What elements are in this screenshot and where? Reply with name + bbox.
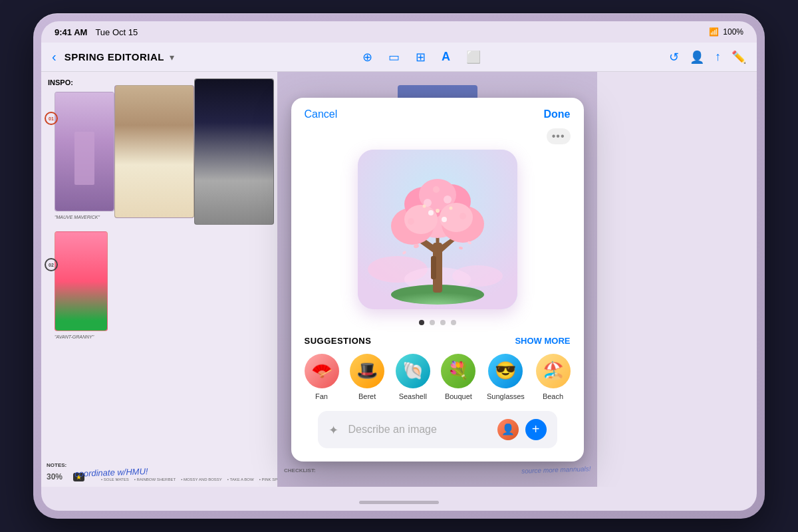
suggestions-title: SUGGESTIONS: [305, 336, 372, 346]
collaborate-icon[interactable]: 👤: [690, 50, 704, 65]
svg-point-26: [428, 210, 434, 215]
page-dot-2[interactable]: [430, 320, 435, 325]
toolbar-center-icons: ⊕ ▭ ⊞ A ⬜: [362, 50, 481, 65]
figure-pink: [55, 231, 108, 331]
text-icon[interactable]: A: [442, 50, 450, 64]
main-content: INSPO: Ring: [41, 72, 757, 487]
wifi-icon: 📶: [709, 27, 719, 37]
page-dot-4[interactable]: [451, 320, 456, 325]
svg-point-24: [408, 218, 414, 225]
svg-point-21: [444, 196, 452, 203]
svg-point-22: [433, 186, 440, 193]
more-options-button[interactable]: •••: [547, 128, 571, 144]
board-canvas[interactable]: INSPO: Ring: [41, 72, 281, 487]
status-icons: 📶 100%: [709, 27, 743, 37]
ipad-device: 9:41 AM Tue Oct 15 📶 100% ‹ SPRING EDITO…: [33, 13, 765, 519]
cancel-button[interactable]: Cancel: [305, 108, 338, 120]
suggestion-beach-emoji[interactable]: 🏖️: [536, 354, 571, 388]
suggestion-beret[interactable]: 🎩 Beret: [350, 354, 384, 400]
page-dot-3[interactable]: [440, 320, 446, 325]
page-indicator: [419, 320, 456, 325]
left-panel-board[interactable]: INSPO: Ring: [41, 72, 281, 487]
suggestions-grid: 🪭 Fan 🎩 Beret 🐚 Seashell: [305, 354, 571, 400]
suggestion-fan-emoji[interactable]: 🪭: [305, 354, 339, 388]
suggestion-beret-label: Beret: [358, 392, 376, 400]
figure-mauve: [55, 92, 114, 211]
dialog-header: Cancel Done: [291, 98, 584, 128]
figure-main: [114, 85, 194, 218]
suggestion-sunglasses[interactable]: 😎 Sunglasses: [487, 354, 525, 400]
status-bar: 9:41 AM Tue Oct 15 📶 100%: [41, 21, 757, 43]
suggestion-seashell-label: Seashell: [399, 392, 427, 400]
history-icon[interactable]: ↺: [669, 50, 679, 65]
describe-input[interactable]: Describe an image: [348, 424, 491, 436]
suggestion-fan[interactable]: 🪭 Fan: [305, 354, 339, 400]
bottom-label-strip: • SOLE MATES • RAINBOW SHERBET • MOSSY A…: [101, 477, 281, 481]
share-icon[interactable]: ↑: [715, 50, 721, 64]
svg-point-25: [442, 217, 447, 222]
svg-point-31: [436, 209, 440, 213]
suggestion-beret-emoji[interactable]: 🎩: [350, 354, 384, 388]
svg-point-32: [422, 204, 426, 207]
document-title: SPRING EDITORIAL: [65, 51, 164, 63]
add-button[interactable]: +: [525, 419, 547, 440]
zoom-percent: 30%: [47, 472, 63, 481]
battery-icon: 100%: [723, 27, 743, 37]
suggestion-fan-label: Fan: [315, 392, 328, 400]
svg-rect-6: [431, 256, 436, 279]
svg-point-33: [449, 206, 452, 209]
image-tool-icon[interactable]: ⬜: [466, 50, 481, 65]
shapes-icon[interactable]: ▭: [388, 50, 400, 65]
dialog-panel: Cancel Done •••: [291, 98, 584, 462]
dialog-image-area: •••: [291, 128, 584, 336]
label-avant-granny: "AVANT-GRANNY": [55, 334, 94, 339]
edit-icon[interactable]: ✏️: [732, 50, 746, 65]
suggestion-bouquet-label: Bouquet: [445, 392, 472, 400]
person-button[interactable]: 👤: [497, 419, 519, 440]
label-mauve-maverick: "MAUVE MAVERICK": [55, 215, 100, 219]
suggestion-bouquet[interactable]: 💐 Bouquet: [441, 354, 475, 400]
status-time: 9:41 AM: [55, 27, 87, 37]
status-date: Tue Oct 15: [95, 27, 138, 37]
suggestion-sunglasses-label: Sunglasses: [487, 392, 525, 400]
toolbar: ‹ SPRING EDITORIAL ▾ ⊕ ▭ ⊞ A ⬜ ↺ 👤 ↑ ✏️: [41, 43, 757, 72]
circle-badge-02: 02: [45, 258, 58, 271]
inspo-label: INSPO:: [48, 78, 73, 86]
suggestion-sunglasses-emoji[interactable]: 😎: [488, 354, 523, 388]
toolbar-right-icons: ↺ 👤 ↑ ✏️: [669, 50, 746, 65]
show-more-button[interactable]: SHOW MORE: [515, 336, 570, 346]
page-dot-1[interactable]: [419, 320, 424, 325]
suggestions-header: SUGGESTIONS SHOW MORE: [305, 336, 571, 346]
title-chevron-icon[interactable]: ▾: [170, 52, 174, 63]
done-button[interactable]: Done: [544, 108, 571, 120]
suggestion-beach[interactable]: 🏖️ Beach: [536, 354, 571, 400]
suggestion-beach-label: Beach: [543, 392, 563, 400]
media-icon[interactable]: ⊞: [416, 50, 426, 65]
describe-input-area[interactable]: ✦ Describe an image 👤 +: [318, 411, 557, 448]
circle-badge-01: 01: [45, 112, 58, 125]
generated-image[interactable]: [358, 150, 517, 309]
figure-grey: [194, 78, 274, 225]
sparkle-icon: ✦: [329, 423, 342, 436]
svg-point-23: [460, 213, 466, 219]
image-picker-dialog: Cancel Done •••: [277, 72, 597, 487]
pen-tool-icon[interactable]: ⊕: [362, 50, 372, 65]
back-button[interactable]: ‹: [52, 49, 57, 65]
suggestion-bouquet-emoji[interactable]: 💐: [441, 354, 475, 388]
notes-label: NOTES:: [47, 462, 66, 468]
suggestions-section: SUGGESTIONS SHOW MORE 🪭 Fan 🎩 Beret: [291, 336, 584, 448]
suggestion-seashell-emoji[interactable]: 🐚: [396, 354, 430, 388]
home-indicator: [359, 501, 439, 504]
suggestion-seashell[interactable]: 🐚 Seashell: [396, 354, 430, 400]
ipad-screen: 9:41 AM Tue Oct 15 📶 100% ‹ SPRING EDITO…: [41, 21, 757, 511]
